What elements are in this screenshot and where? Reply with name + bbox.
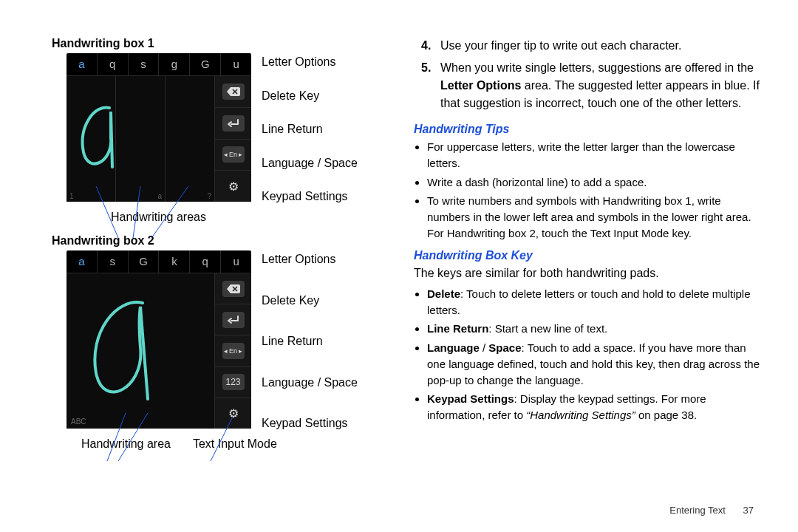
bk-label2: Space: [488, 341, 521, 354]
box-key-keypad-settings: Keypad Settings: Display the keypad sett…: [427, 391, 761, 423]
backspace-icon: [222, 83, 245, 100]
bk-text: : Start a new line of text.: [488, 322, 607, 335]
delete-key[interactable]: [214, 76, 251, 107]
bk-ref: “Handwriting Settings”: [526, 409, 635, 421]
backspace-icon: [222, 281, 245, 297]
box-key-delete: Delete: Touch to delete letters or touch…: [427, 286, 761, 318]
side-labels: Letter Options Delete Key Line Return La…: [262, 53, 358, 203]
box-key-list: Delete: Touch to delete letters or touch…: [414, 286, 761, 423]
footer-page-number: 37: [743, 505, 754, 516]
label-language-space: Language / Space: [262, 376, 358, 389]
step5-bold: Letter Options: [440, 79, 521, 92]
letter-option[interactable]: G: [190, 53, 221, 76]
box-key-line-return: Line Return: Start a new line of text.: [427, 321, 761, 337]
bk-label: Keypad Settings: [427, 392, 514, 405]
box-key-intro: The keys are similar for both handwritin…: [414, 265, 761, 282]
label-language-space: Language / Space: [262, 157, 358, 170]
handwriting-tips-heading: Handwriting Tips: [414, 123, 761, 136]
letter-option[interactable]: s: [129, 53, 160, 76]
leader-lines-icon: [66, 428, 251, 472]
text-mode-label: 123: [222, 374, 245, 390]
hint-1: 1: [69, 192, 74, 200]
letter-option[interactable]: u: [221, 53, 251, 76]
label-delete-key: Delete Key: [262, 89, 358, 103]
bk-ref-tail: on page 38.: [635, 409, 697, 421]
return-icon: [222, 312, 245, 328]
step5-text-a: When you write single letters, suggestio…: [440, 61, 754, 74]
tips-list: For uppercase letters, write the letter …: [414, 139, 761, 242]
handwriting-box-2: a s G k q u ABC: [66, 250, 251, 429]
letter-options-bar: a q s g G u: [66, 53, 251, 76]
hint-q: ?: [207, 192, 211, 200]
bk-sep: /: [480, 341, 489, 354]
letter-option[interactable]: a: [66, 53, 98, 76]
steps-list: Use your finger tip to write out each ch…: [414, 37, 761, 112]
tip-item: Write a dash (horizontal line) to add a …: [427, 174, 761, 191]
letter-option[interactable]: u: [221, 250, 251, 273]
tip-item: To write numbers and symbols with Handwr…: [427, 193, 761, 241]
letter-option[interactable]: q: [190, 250, 221, 273]
letter-option[interactable]: a: [66, 250, 98, 273]
line-return-key[interactable]: [214, 107, 251, 139]
handwriting-box-1: a q s g G u 1 a ?: [66, 53, 251, 202]
box1-title: Handwriting box 1: [52, 37, 384, 50]
text-input-mode-key[interactable]: 123: [214, 366, 251, 398]
tip-item: For uppercase letters, write the letter …: [427, 139, 761, 171]
keypad-settings-key[interactable]: ⚙: [214, 398, 251, 429]
language-icon: ◂En▸: [222, 146, 245, 163]
label-letter-options: Letter Options: [262, 55, 358, 69]
step-5: When you write single letters, suggestio…: [440, 59, 761, 112]
handwritten-stroke-icon: [80, 288, 168, 414]
step-4: Use your finger tip to write out each ch…: [440, 37, 761, 55]
language-space-key[interactable]: ◂En▸: [214, 139, 251, 171]
page-footer: Entering Text 37: [0, 505, 798, 516]
bk-label: Language: [427, 341, 480, 354]
keypad-settings-key[interactable]: ⚙: [214, 170, 251, 202]
label-keypad-settings: Keypad Settings: [262, 190, 358, 203]
language-icon: ◂En▸: [222, 343, 245, 359]
letter-option[interactable]: s: [98, 250, 129, 273]
abc-hint: ABC: [71, 417, 86, 426]
handwriting-area[interactable]: 1 a ?: [66, 76, 214, 202]
label-line-return: Line Return: [262, 123, 358, 136]
label-line-return: Line Return: [262, 335, 358, 348]
delete-key[interactable]: [214, 273, 251, 304]
letter-option[interactable]: q: [98, 53, 129, 76]
gear-icon: ⚙: [228, 406, 239, 420]
letter-option[interactable]: g: [159, 53, 190, 76]
handwriting-area-2[interactable]: ABC: [66, 273, 214, 429]
label-letter-options: Letter Options: [262, 253, 358, 266]
bk-label: Line Return: [427, 322, 488, 335]
box-key-language-space: Language / Space: Touch to add a space. …: [427, 340, 761, 388]
letter-option[interactable]: k: [159, 250, 190, 273]
bk-text: : Touch to delete letters or touch and h…: [427, 287, 751, 316]
gear-icon: ⚙: [228, 180, 239, 194]
letter-options-bar-2: a s G k q u: [66, 250, 251, 273]
footer-section: Entering Text: [669, 505, 726, 516]
side-labels-2: Letter Options Delete Key Line Return La…: [262, 250, 358, 430]
hint-a: a: [157, 192, 162, 200]
line-return-key[interactable]: [214, 304, 251, 335]
label-delete-key: Delete Key: [262, 294, 358, 307]
handwriting-box-key-heading: Handwriting Box Key: [414, 249, 761, 262]
bk-label: Delete: [427, 287, 460, 300]
label-keypad-settings: Keypad Settings: [262, 417, 358, 430]
return-icon: [222, 115, 245, 132]
leader-lines-icon: [66, 201, 251, 245]
letter-option[interactable]: G: [129, 250, 160, 273]
language-space-key[interactable]: ◂En▸: [214, 335, 251, 366]
